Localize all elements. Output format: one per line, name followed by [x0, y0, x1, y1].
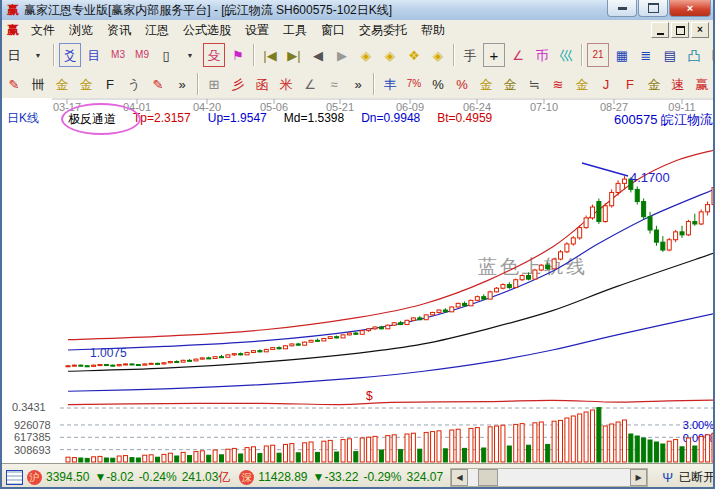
compress-chart-icon[interactable]: 爻 — [59, 43, 81, 67]
cycle-tool-icon[interactable]: 币 — [531, 43, 553, 67]
save-icon[interactable]: ▤ — [659, 43, 681, 67]
candle-brush-icon[interactable]: ≒ — [523, 72, 545, 96]
percent7-icon[interactable]: 7% — [403, 72, 425, 96]
wave-count-icon[interactable]: 巛 — [555, 43, 577, 67]
menu-item-help[interactable]: 帮助 — [414, 20, 452, 41]
gold-line-icon[interactable]: 金 — [499, 72, 521, 96]
market-table-icon[interactable] — [6, 470, 23, 485]
candle — [379, 327, 383, 329]
gann-fan-box-icon[interactable]: 函 — [251, 72, 273, 96]
prev-bar-icon[interactable]: ◀ — [307, 43, 329, 67]
connection-status[interactable]: 已断开,双点打开. — [679, 469, 715, 486]
chevron-down-icon[interactable]: ▼ — [27, 43, 49, 67]
calendar-icon[interactable]: 21 — [587, 43, 609, 67]
percent-line-icon[interactable]: % — [451, 72, 473, 96]
diamond-right-icon[interactable]: ◈ — [379, 43, 401, 67]
brush-icon[interactable]: ✎ — [3, 72, 25, 96]
goto-first-icon[interactable]: |◀ — [259, 43, 281, 67]
next-bar-icon[interactable]: ▶ — [331, 43, 353, 67]
export-screen-icon[interactable]: 凸 — [683, 43, 705, 67]
connection-antenna-icon[interactable]: Ψ — [662, 470, 673, 485]
arc-tool-icon[interactable]: う — [123, 72, 145, 96]
minimize-button[interactable] — [607, 0, 637, 17]
volume-bar — [648, 440, 652, 462]
horizontal-scrollbar[interactable]: ◀ ▶ — [450, 468, 648, 487]
stock-label[interactable]: 600575 皖江物流 — [614, 111, 713, 129]
bars-3min-icon[interactable]: M3 — [107, 43, 129, 67]
bars-9min-icon[interactable]: M9 — [131, 43, 153, 67]
candle — [546, 265, 550, 269]
printer-icon[interactable]: 凹 — [707, 43, 715, 67]
menu-item-gann[interactable]: 江恩 — [138, 20, 176, 41]
candle — [667, 240, 671, 250]
menu-item-news[interactable]: 资讯 — [100, 20, 138, 41]
single-candle-icon[interactable]: ▯ — [155, 43, 177, 67]
mdi-close-button[interactable]: × — [691, 22, 709, 38]
menu-item-file[interactable]: 文件 — [24, 20, 62, 41]
win-line-icon[interactable]: 赢 — [691, 72, 713, 96]
scroll-left-icon[interactable]: ◀ — [451, 469, 468, 486]
speed-line-icon[interactable]: 速 — [667, 72, 689, 96]
angle-measure-icon[interactable]: ∠ — [507, 43, 529, 67]
scroll-thumb[interactable] — [478, 469, 498, 486]
gold-angle-icon[interactable]: 金 — [643, 72, 665, 96]
candle — [405, 320, 409, 324]
brush-chart-icon[interactable]: ✎ — [147, 72, 169, 96]
volume-bar — [117, 456, 121, 462]
gold-grid-icon[interactable]: 金 — [75, 72, 97, 96]
scroll-right-icon[interactable]: ▶ — [630, 469, 647, 486]
indicator-name[interactable]: 极反通道 — [68, 111, 116, 128]
j-line-icon[interactable]: J — [595, 72, 617, 96]
gann-fan-icon[interactable]: 彡 — [227, 72, 249, 96]
gold-box-icon[interactable]: 金 — [571, 72, 593, 96]
sz-index-change: ▼-33.22 — [313, 470, 359, 484]
menu-item-tools[interactable]: 工具 — [276, 20, 314, 41]
more-tools-chevron-icon[interactable]: » — [347, 72, 369, 96]
kline-chart[interactable]: 03-1704-0104-2005-0605-2106-0906-2407-10… — [2, 98, 715, 463]
crosshair-icon[interactable]: + — [483, 43, 505, 67]
info-note-icon[interactable]: 目 — [83, 43, 105, 67]
mdi-minimize-button[interactable] — [651, 22, 669, 38]
box-range-icon[interactable]: ⊞ — [203, 72, 225, 96]
flag-icon[interactable]: ⚑ — [227, 43, 249, 67]
notebook-icon[interactable]: ≣ — [635, 43, 657, 67]
candle — [104, 365, 108, 366]
candle — [571, 238, 575, 244]
percent-icon[interactable]: % — [427, 72, 449, 96]
more-tools-chevron-icon[interactable]: » — [171, 72, 193, 96]
f-line-icon[interactable]: F — [619, 72, 641, 96]
menu-item-window[interactable]: 窗口 — [314, 20, 352, 41]
gold-circle-icon[interactable]: 金 — [475, 72, 497, 96]
goto-last-icon[interactable]: ▶| — [283, 43, 305, 67]
menu-item-trade[interactable]: 交易委托 — [352, 20, 414, 41]
volume-bar — [226, 449, 230, 462]
diamond-left-icon[interactable]: ◈ — [355, 43, 377, 67]
pattern-compare-icon[interactable]: 殳 — [203, 43, 225, 67]
mdi-restore-button[interactable] — [671, 22, 689, 38]
candle — [558, 252, 562, 259]
volume-bar — [654, 442, 658, 462]
chevron-down-icon[interactable]: ▼ — [179, 43, 201, 67]
fib-tool-icon[interactable]: F — [99, 72, 121, 96]
candle — [130, 364, 134, 365]
wave-line-icon[interactable]: ≈ — [323, 72, 345, 96]
menu-item-formula-picker[interactable]: 公式选股 — [176, 20, 238, 41]
close-icon: × — [687, 3, 693, 13]
app-logo-icon: 赢 — [6, 3, 20, 17]
menu-item-settings[interactable]: 设置 — [238, 20, 276, 41]
hand-icon[interactable]: 手 — [459, 43, 481, 67]
candle — [245, 352, 249, 354]
gauge-icon[interactable]: 丰 — [379, 72, 401, 96]
maximize-button[interactable] — [638, 0, 668, 17]
menu-item-browse[interactable]: 浏览 — [62, 20, 100, 41]
wave-box-icon[interactable]: ≋ — [547, 72, 569, 96]
close-button[interactable]: × — [669, 0, 711, 17]
diamond-shrink-icon[interactable]: ◈ — [427, 43, 449, 67]
trend-angle-icon[interactable]: ∠ — [299, 72, 321, 96]
gold-ratio-icon[interactable]: 金 — [51, 72, 73, 96]
diamond-expand-icon[interactable]: ❖ — [403, 43, 425, 67]
calculator-icon[interactable]: ▦ — [611, 43, 633, 67]
ray-box-icon[interactable]: 米 — [275, 72, 297, 96]
candlestick-style-icon[interactable]: 日 — [3, 43, 25, 67]
grid-ruler-icon[interactable]: 卌 — [27, 72, 49, 96]
